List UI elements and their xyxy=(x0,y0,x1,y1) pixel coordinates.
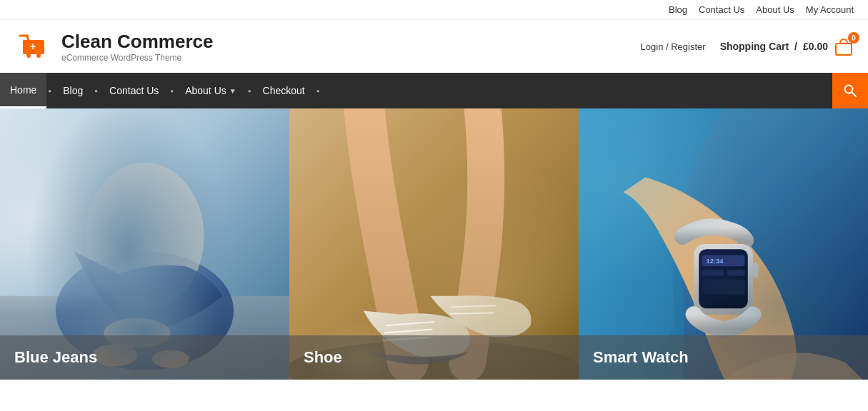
cart-separator: / xyxy=(794,41,797,52)
cart-label: Shopping Cart xyxy=(720,41,789,52)
logo-area: + Clean Commerce eCommerce WordPress The… xyxy=(14,27,213,66)
nav-item-blog[interactable]: Blog xyxy=(53,73,93,108)
cart-button[interactable]: Shopping Cart / £0.00 0 xyxy=(720,36,854,56)
svg-point-3 xyxy=(26,54,31,58)
watch-label: Smart Watch xyxy=(579,335,868,380)
main-navbar: Home ● Blog ● Contact Us ● About Us ▼ ● … xyxy=(0,73,868,108)
svg-text:+: + xyxy=(30,41,36,52)
nav-dot-4: ● xyxy=(246,73,253,108)
svg-rect-25 xyxy=(702,255,744,267)
svg-line-18 xyxy=(384,329,433,333)
login-register-link[interactable]: Login / Register xyxy=(641,41,706,52)
logo-icon: + xyxy=(14,27,53,66)
site-header: + Clean Commerce eCommerce WordPress The… xyxy=(0,20,868,73)
svg-rect-24 xyxy=(699,249,748,308)
topbar-blog-link[interactable]: Blog xyxy=(669,4,687,15)
topbar-about-link[interactable]: About Us xyxy=(756,4,794,15)
cart-icon-wrap: 0 xyxy=(834,36,854,56)
nav-item-home[interactable]: Home xyxy=(0,73,46,108)
svg-point-4 xyxy=(36,54,41,58)
topbar-account-link[interactable]: My Account xyxy=(806,4,854,15)
svg-line-21 xyxy=(450,313,494,314)
chevron-down-icon: ▼ xyxy=(229,87,236,95)
svg-text:12:34: 12:34 xyxy=(707,258,724,265)
cart-count: 0 xyxy=(848,32,859,44)
svg-line-7 xyxy=(852,93,857,97)
site-title: Clean Commerce xyxy=(61,31,213,53)
nav-item-about[interactable]: About Us ▼ xyxy=(175,73,246,108)
nav-dot-3: ● xyxy=(169,73,175,108)
nav-contact-link[interactable]: Contact Us xyxy=(99,73,169,108)
nav-dot-1: ● xyxy=(46,73,53,108)
nav-item-checkout[interactable]: Checkout xyxy=(253,73,315,108)
shoe-label: Shoe xyxy=(289,335,579,380)
top-bar: Blog Contact Us About Us My Account xyxy=(0,0,868,20)
header-right: Login / Register Shopping Cart / £0.00 0 xyxy=(641,36,854,56)
cart-price: £0.00 xyxy=(803,41,828,52)
nav-checkout-link[interactable]: Checkout xyxy=(253,73,315,108)
nav-item-contact[interactable]: Contact Us xyxy=(99,73,169,108)
svg-rect-23 xyxy=(694,244,753,315)
search-button[interactable] xyxy=(832,73,868,108)
hero-grid: Blue Jeans xyxy=(0,108,868,380)
search-icon xyxy=(843,83,857,98)
site-tagline: eCommerce WordPress Theme xyxy=(61,53,213,63)
nav-about-link[interactable]: About Us ▼ xyxy=(175,73,246,108)
nav-home-link[interactable]: Home xyxy=(0,73,46,108)
hero-card-jeans[interactable]: Blue Jeans xyxy=(0,108,289,380)
nav-items-list: Home ● Blog ● Contact Us ● About Us ▼ ● … xyxy=(0,73,321,108)
nav-about-dropdown: About Us ▼ xyxy=(185,85,236,96)
nav-dot-5: ● xyxy=(315,73,321,108)
jeans-label: Blue Jeans xyxy=(0,335,289,380)
logo-text: Clean Commerce eCommerce WordPress Theme xyxy=(61,31,213,63)
svg-rect-30 xyxy=(752,263,758,278)
topbar-contact-link[interactable]: Contact Us xyxy=(699,4,744,15)
svg-rect-29 xyxy=(702,280,744,295)
svg-point-11 xyxy=(85,163,204,311)
nav-dot-2: ● xyxy=(93,73,99,108)
nav-blog-link[interactable]: Blog xyxy=(53,73,93,108)
svg-rect-28 xyxy=(727,270,745,275)
hero-card-watch[interactable]: 12:34 Smart Watch xyxy=(579,108,868,380)
svg-line-17 xyxy=(386,322,434,325)
hero-card-shoe[interactable]: Shoe xyxy=(289,108,579,380)
svg-rect-27 xyxy=(702,270,724,275)
svg-line-20 xyxy=(451,305,495,307)
svg-rect-5 xyxy=(836,44,852,55)
